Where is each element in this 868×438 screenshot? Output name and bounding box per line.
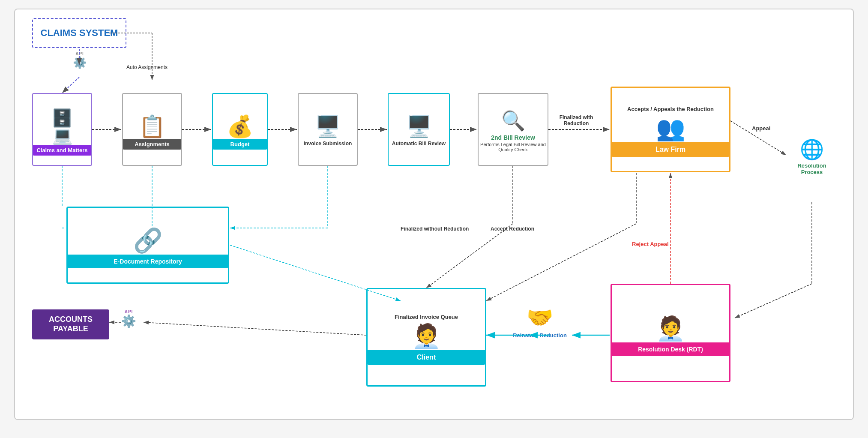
finalized-with-reduction-label: Finalized with Reduction xyxy=(553,114,600,126)
api-gear-icon-top: API ⚙️ xyxy=(73,51,87,69)
box-assignments: 📋 Assignments xyxy=(122,93,182,166)
claims-matters-label: Claims and Matters xyxy=(33,145,91,156)
svg-line-33 xyxy=(144,322,366,335)
reinstate-icon: 🤝 xyxy=(508,305,572,330)
box-invoice-submission: 🖥️ Invoice Submission xyxy=(298,93,358,166)
2nd-bill-icon: 🔍 xyxy=(501,109,525,132)
auto-bill-label: Automatic Bill Review xyxy=(389,138,449,149)
assignments-label: Assignments xyxy=(123,139,181,150)
claims-system-title: CLAIMS SYSTEM xyxy=(41,27,118,39)
svg-line-20 xyxy=(426,224,513,288)
assignments-icon: 📋 xyxy=(139,114,165,139)
auto-bill-icon: 🖥️ xyxy=(406,114,432,138)
client-label: Client xyxy=(368,350,485,365)
invoice-icon: 🖥️ xyxy=(315,114,341,138)
api-gear-bottom: API ⚙️ xyxy=(121,309,136,328)
2nd-bill-sub-label: Performs Legal Bill Review and Quality C… xyxy=(479,141,548,153)
box-edoc-repository: 🔗 E-Document Repository xyxy=(66,207,229,284)
auto-assignments-label: Auto Assignments xyxy=(126,64,168,70)
gear-icon-bottom: ⚙️ xyxy=(121,314,136,328)
invoice-label: Invoice Submission xyxy=(299,138,357,149)
law-firm-label: Law Firm xyxy=(612,142,729,157)
box-accounts-payable: ACCOUNTS PAYABLE xyxy=(32,309,109,339)
budget-label: Budget xyxy=(213,139,267,150)
box-reinstate-reduction: 🤝 Reinstate Reduction xyxy=(508,305,572,339)
box-claims-matters: 🗄️ 💻 Claims and Matters xyxy=(32,93,92,166)
appeal-label: Appeal xyxy=(752,125,770,132)
edoc-icon: 🔗 xyxy=(133,227,163,255)
2nd-bill-green-label: 2nd Bill Review xyxy=(491,134,535,141)
edoc-label: E-Document Repository xyxy=(68,255,228,268)
accounts-payable-label: ACCOUNTS PAYABLE xyxy=(32,315,109,333)
resolution-process-icon: 🌐 xyxy=(786,138,838,161)
law-firm-icon: 👥 xyxy=(656,114,685,142)
client-header-label: Finalized Invoice Queue xyxy=(392,310,460,320)
svg-line-17 xyxy=(735,284,812,318)
api-label-top: API xyxy=(73,51,87,56)
reject-appeal-label: Reject Appeal xyxy=(632,241,669,247)
claims-system-box: CLAIMS SYSTEM xyxy=(32,18,126,48)
accept-reduction-label: Accept Reduction xyxy=(491,226,534,232)
api-label-bottom: API xyxy=(121,309,136,314)
diagram-container: CLAIMS SYSTEM API ⚙️ Auto Assignments 🗄️… xyxy=(14,9,854,420)
box-law-firm: Accepts / Appeals the Reduction 👥 Law Fi… xyxy=(611,87,730,172)
box-rdt: 🧑‍💼 Resolution Desk (RDT) xyxy=(611,284,730,382)
box-budget: 💰 Budget xyxy=(212,93,268,166)
box-auto-bill-review: 🖥️ Automatic Bill Review xyxy=(388,93,450,166)
box-client: Finalized Invoice Queue 🧑‍💼 Client xyxy=(366,288,486,387)
claims-icon2: 💻 xyxy=(52,126,72,145)
svg-line-6 xyxy=(62,77,79,93)
box-resolution-process: 🌐 Resolution Process xyxy=(786,138,838,175)
finalized-without-reduction-label: Finalized without Reduction xyxy=(401,226,469,232)
gear-icon-top: ⚙️ xyxy=(73,56,87,69)
budget-icon: 💰 xyxy=(227,114,253,139)
box-2nd-bill-review: 🔍 2nd Bill Review Performs Legal Bill Re… xyxy=(478,93,548,166)
rdt-label: Resolution Desk (RDT) xyxy=(612,342,729,356)
client-icon: 🧑‍💼 xyxy=(412,322,441,350)
rdt-icon: 🧑‍💼 xyxy=(656,315,685,342)
claims-icon: 🗄️ xyxy=(51,108,73,128)
resolution-process-label: Resolution Process xyxy=(786,162,838,175)
reinstate-label: Reinstate Reduction xyxy=(508,332,572,339)
law-firm-header-label: Accepts / Appeals the Reduction xyxy=(625,102,716,112)
